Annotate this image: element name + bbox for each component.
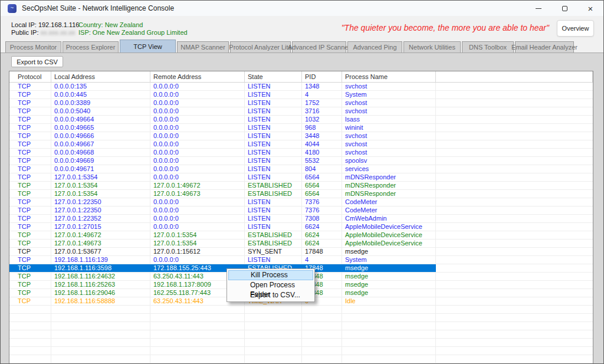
cell-state bbox=[245, 347, 302, 355]
table-row-empty bbox=[9, 306, 593, 314]
cell-local: 192.168.1.116:24632 bbox=[51, 273, 150, 280]
table-row[interactable]: TCP0.0.0.0:496660.0.0.0:0LISTEN3448svcho… bbox=[9, 132, 593, 140]
maximize-button[interactable] bbox=[552, 1, 577, 16]
cell-protocol: TCP bbox=[9, 173, 51, 181]
cell-protocol: TCP bbox=[9, 289, 51, 297]
cell-pid: 4 bbox=[302, 91, 342, 99]
table-row[interactable]: TCP0.0.0.0:496690.0.0.0:0LISTEN5532spool… bbox=[9, 157, 593, 165]
tab-advanced-ip-scanner[interactable]: Advanced IP Scanner bbox=[292, 41, 346, 53]
cell-protocol: TCP bbox=[9, 264, 51, 272]
tab-email-header-analyzer[interactable]: Email Header Analyzer bbox=[515, 41, 574, 53]
cell-filler bbox=[436, 190, 593, 198]
cell-process: svchost bbox=[342, 99, 436, 107]
table-row[interactable]: TCP127.0.0.1:49673127.0.0.1:5354ESTABLIS… bbox=[9, 240, 593, 248]
table-row[interactable]: TCP0.0.0.0:4450.0.0.0:0LISTEN4System bbox=[9, 91, 593, 99]
table-row[interactable]: TCP0.0.0.0:1350.0.0.0:0LISTEN1348svchost bbox=[9, 83, 593, 91]
cell-state: LISTEN bbox=[245, 206, 302, 214]
maximize-icon bbox=[562, 6, 567, 11]
cell-protocol: TCP bbox=[9, 99, 51, 107]
table-row-empty bbox=[9, 339, 593, 347]
context-menu-item-open-process-folder[interactable]: Open Process Folder bbox=[228, 280, 313, 290]
table-row[interactable]: TCP127.0.0.1:53677127.0.0.1:15612SYN_SEN… bbox=[9, 248, 593, 256]
close-button[interactable]: × bbox=[577, 1, 603, 16]
table-row[interactable]: TCP127.0.0.1:223500.0.0.0:0LISTEN7376Cod… bbox=[9, 198, 593, 206]
minimize-button[interactable] bbox=[526, 1, 552, 16]
cell-pid: 4180 bbox=[302, 149, 342, 156]
table-row[interactable]: TCP0.0.0.0:496650.0.0.0:0LISTEN968winini… bbox=[9, 124, 593, 132]
cell-filler bbox=[436, 91, 593, 99]
table-row[interactable]: TCP0.0.0.0:33890.0.0.0:0LISTEN1752svchos… bbox=[9, 99, 593, 107]
tab-network-utilities[interactable]: Network Utilities bbox=[403, 41, 461, 53]
cell-remote: 0.0.0.0:0 bbox=[150, 149, 245, 156]
table-row[interactable]: TCP127.0.0.1:270150.0.0.0:0LISTEN6624App… bbox=[9, 223, 593, 231]
cell-process: Idle bbox=[342, 297, 436, 305]
export-to-csv-button[interactable]: Export to CSV bbox=[11, 56, 63, 67]
table-row[interactable]: TCP0.0.0.0:496670.0.0.0:0LISTEN4044svcho… bbox=[9, 140, 593, 149]
public-ip-label: Public IP: bbox=[11, 29, 38, 36]
connections-table: ProtocolLocal AddressRemote AddressState… bbox=[9, 71, 593, 364]
cell-process: msedge bbox=[342, 264, 436, 272]
table-row[interactable]: TCP127.0.0.1:49672127.0.0.1:5354ESTABLIS… bbox=[9, 231, 593, 240]
tab-process-monitor[interactable]: Process Monitor bbox=[5, 41, 61, 53]
context-menu-item-kill-process[interactable]: Kill Process bbox=[228, 270, 313, 280]
tab-tcp-view[interactable]: TCP View bbox=[120, 40, 176, 53]
column-header-state[interactable]: State bbox=[245, 71, 302, 82]
cell-state bbox=[245, 314, 302, 322]
tcp-view-panel: Export to CSV ProtocolLocal AddressRemot… bbox=[1, 53, 603, 363]
cell-local: 0.0.0.0:49664 bbox=[51, 116, 150, 123]
cell-pid bbox=[302, 339, 342, 346]
cell-pid: 968 bbox=[302, 124, 342, 132]
cell-local: 127.0.0.1:22352 bbox=[51, 215, 150, 222]
table-row[interactable]: TCP0.0.0.0:496680.0.0.0:0LISTEN4180svcho… bbox=[9, 149, 593, 157]
cell-pid bbox=[302, 306, 342, 313]
cell-local: 127.0.0.1:5354 bbox=[51, 190, 150, 198]
cell-state: LISTEN bbox=[245, 256, 302, 264]
isp-text: ISP: One New Zealand Group Limited bbox=[78, 29, 188, 36]
cell-remote: 127.0.0.1:5354 bbox=[150, 231, 245, 239]
tab-advanced-ping[interactable]: Advanced Ping bbox=[347, 41, 402, 53]
cell-process: svchost bbox=[342, 107, 436, 115]
cell-filler bbox=[436, 124, 593, 132]
column-header-local[interactable]: Local Address bbox=[51, 71, 150, 82]
table-row-empty bbox=[9, 347, 593, 355]
table-row[interactable]: TCP192.168.1.116:1390.0.0.0:0LISTEN4Syst… bbox=[9, 256, 593, 264]
tab-dns-toolbox[interactable]: DNS Toolbox bbox=[462, 41, 514, 53]
table-row[interactable]: TCP127.0.0.1:5354127.0.0.1:49673ESTABLIS… bbox=[9, 190, 593, 198]
cell-state: LISTEN bbox=[245, 116, 302, 123]
cell-process: svchost bbox=[342, 140, 436, 148]
tab-protocol-analyzer-lite[interactable]: Protocol Analyzer Lite bbox=[230, 41, 291, 53]
cell-process bbox=[342, 347, 436, 355]
cell-state: LISTEN bbox=[245, 157, 302, 165]
context-menu-item-export-to-csv[interactable]: Export to CSV... bbox=[228, 290, 313, 300]
column-header-process[interactable]: Process Name bbox=[342, 71, 436, 82]
table-row[interactable]: TCP127.0.0.1:223520.0.0.0:0LISTEN7308CmW… bbox=[9, 215, 593, 223]
overview-button[interactable]: Overview bbox=[557, 20, 594, 37]
table-row[interactable]: TCP0.0.0.0:496710.0.0.0:0LISTEN804servic… bbox=[9, 165, 593, 173]
cell-local: 0.0.0.0:49671 bbox=[51, 165, 150, 173]
cell-remote bbox=[150, 322, 245, 330]
column-header-remote[interactable]: Remote Address bbox=[150, 71, 245, 82]
cell-remote: 0.0.0.0:0 bbox=[150, 140, 245, 148]
cell-process: mDNSResponder bbox=[342, 190, 436, 198]
cell-remote: 0.0.0.0:0 bbox=[150, 132, 245, 140]
local-ip-line: Local IP: 192.168.1.116 bbox=[11, 21, 79, 28]
cell-process: mDNSResponder bbox=[342, 182, 436, 189]
table-row[interactable]: TCP127.0.0.1:53540.0.0.0:0LISTEN6564mDNS… bbox=[9, 173, 593, 182]
cell-local: 127.0.0.1:49673 bbox=[51, 240, 150, 247]
tab-nmap-scanner[interactable]: NMAP Scanner bbox=[177, 41, 229, 53]
cell-process: AppleMobileDeviceService bbox=[342, 223, 436, 231]
cell-filler bbox=[436, 256, 593, 264]
cell-pid: 3716 bbox=[302, 107, 342, 115]
table-row[interactable]: TCP127.0.0.1:5354127.0.0.1:49672ESTABLIS… bbox=[9, 182, 593, 190]
table-row[interactable]: TCP0.0.0.0:50400.0.0.0:0LISTEN3716svchos… bbox=[9, 107, 593, 116]
tab-bar: Process MonitorProcess ExplorerTCP ViewN… bbox=[5, 40, 575, 53]
table-row[interactable]: TCP127.0.0.1:223500.0.0.0:0LISTEN7376Cod… bbox=[9, 206, 593, 215]
tab-process-explorer[interactable]: Process Explorer bbox=[63, 41, 119, 53]
table-row[interactable]: TCP0.0.0.0:496640.0.0.0:0LISTEN1032lsass bbox=[9, 116, 593, 124]
cell-filler bbox=[436, 281, 593, 288]
cell-remote: 127.0.0.1:15612 bbox=[150, 248, 245, 255]
column-header-pid[interactable]: PID bbox=[302, 71, 342, 82]
column-header-protocol[interactable]: Protocol bbox=[9, 71, 51, 82]
cell-state: SYN_SENT bbox=[245, 248, 302, 255]
cell-local: 0.0.0.0:49667 bbox=[51, 140, 150, 148]
